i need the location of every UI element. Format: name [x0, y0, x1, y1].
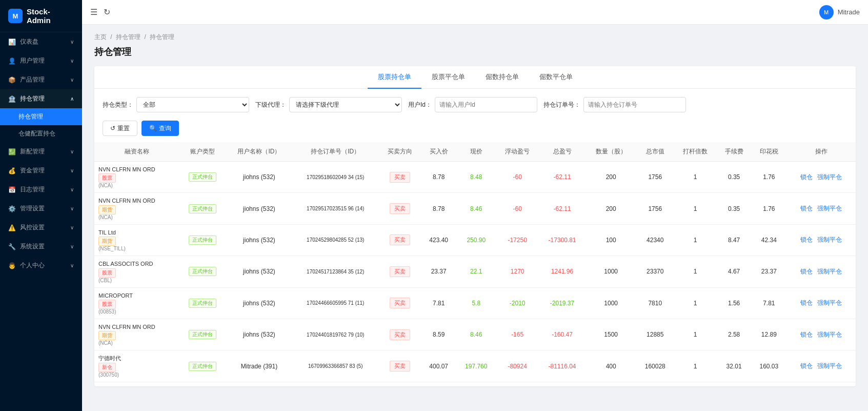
force-close-action[interactable]: 强制平仓	[817, 268, 842, 275]
lock-action[interactable]: 锁仓	[800, 299, 813, 306]
cell-buy-price: 8.59	[421, 319, 456, 350]
lock-action[interactable]: 锁仓	[800, 362, 813, 369]
cell-leverage: 1	[674, 319, 716, 350]
cell-buy-price: 23.37	[421, 256, 456, 287]
sidebar-item-position-fund[interactable]: 仓健配置持仓	[0, 125, 82, 142]
force-close-action[interactable]: 强制平仓	[817, 331, 842, 338]
sidebar-label-position: 持仓管理	[20, 94, 45, 103]
cell-total-pnl: -81116.04	[539, 350, 586, 382]
force-close-action[interactable]: 强制平仓	[817, 173, 842, 181]
newfund-icon: 💹	[8, 148, 16, 155]
cell-total-value: 23370	[636, 256, 674, 287]
sidebar-label-risk: 风控设置	[20, 223, 45, 232]
cell-account-type: 正式仲台	[179, 162, 226, 193]
cell-leverage: 1	[674, 224, 716, 256]
cell-user: jiohns (532)	[226, 256, 292, 287]
cell-qty: 200	[586, 162, 636, 193]
sidebar-label-daily: 日志管理	[20, 185, 45, 194]
cell-float-pnl: -80924	[496, 350, 538, 382]
filter-order-no: 持仓订单号：	[543, 97, 686, 112]
sidebar-item-daily-mgmt[interactable]: 📅 日志管理 ∨	[0, 180, 82, 199]
stock-tag: 股票	[98, 268, 116, 278]
force-close-action[interactable]: 强制平仓	[817, 205, 842, 212]
cell-total-pnl: -17300.81	[539, 224, 586, 256]
sub-agent-select[interactable]: 请选择下级代理	[289, 97, 402, 112]
col-float-pnl: 浮动盈亏	[496, 142, 538, 162]
col-qty: 数量（股）	[586, 142, 636, 162]
table-header-row: 融资名称 账户类型 用户名称（ID） 持仓订单号（ID） 买卖方向 买入价 现价…	[94, 142, 856, 162]
force-close-action[interactable]: 强制平仓	[817, 299, 842, 306]
position-type-select[interactable]: 全部	[136, 97, 249, 112]
search-icon: 🔍	[149, 125, 157, 132]
sidebar-item-dashboard[interactable]: 📊 仪表盘 ∨	[0, 32, 82, 51]
search-button[interactable]: 🔍 查询	[142, 121, 179, 136]
lock-action[interactable]: 锁仓	[800, 205, 813, 212]
user-id-input[interactable]	[435, 97, 537, 112]
chevron-icon: ∨	[70, 168, 74, 173]
cell-stamp: 42.34	[751, 224, 786, 256]
main-area: ☰ ↻ M Mitrade 主页 / 持仓管理 / 持仓管理 持仓管理 股票持仓…	[82, 0, 868, 411]
position-icon: 🏦	[8, 95, 16, 103]
cell-float-pnl: -60	[496, 162, 538, 193]
lock-action[interactable]: 锁仓	[800, 236, 813, 243]
sidebar-item-new-fund[interactable]: 💹 新配管理 ∨	[0, 142, 82, 161]
cell-order-id: 17029518602049 34 (15)	[293, 162, 378, 193]
page-title: 持仓管理	[94, 46, 856, 58]
tab-stock-close[interactable]: 股票平仓单	[421, 66, 475, 89]
chevron-icon: ∨	[70, 225, 74, 230]
sidebar-item-product-mgmt[interactable]: 📦 产品管理 ∨	[0, 70, 82, 89]
tab-crypto-close[interactable]: 倔数平仓单	[529, 66, 583, 89]
filter-sub-agent: 下级代理： 请选择下级代理	[255, 97, 402, 112]
user-id-label: 用户Id：	[408, 101, 432, 109]
cell-actions: 锁仓 强制平仓	[786, 193, 856, 224]
refresh-icon[interactable]: ↻	[104, 7, 110, 17]
cell-name: TIL Ltd 期货 (NSE_TILL)	[94, 224, 179, 256]
reset-button[interactable]: ↺ 重置	[103, 121, 137, 136]
avatar: M	[819, 5, 834, 19]
chevron-icon: ∨	[70, 263, 74, 268]
cell-leverage: 1	[674, 287, 716, 319]
topbar: ☰ ↻ M Mitrade	[82, 0, 868, 25]
admin-icon: ⚙️	[8, 205, 16, 212]
sidebar-label-product: 产品管理	[20, 75, 45, 84]
tab-crypto-pending[interactable]: 倔数持仓单	[475, 66, 529, 89]
lock-action[interactable]: 锁仓	[800, 331, 813, 338]
sidebar-item-sys-settings[interactable]: 🔧 系统设置 ∨	[0, 237, 82, 256]
table-row: CBL ASSOCITS ORD 股票 (CBL) 正式仲台 jiohns (5…	[94, 256, 856, 287]
force-close-action[interactable]: 强制平仓	[817, 236, 842, 243]
cell-total-pnl: 1241.96	[539, 256, 586, 287]
cell-user: jiohns (532)	[226, 193, 292, 224]
reset-label: 重置	[117, 124, 130, 133]
content-area: 主页 / 持仓管理 / 持仓管理 持仓管理 股票持仓单 股票平仓单 倔数持仓单 …	[82, 25, 868, 411]
sidebar-item-personal[interactable]: 👨 个人中心 ∨	[0, 256, 82, 275]
menu-toggle-icon[interactable]: ☰	[90, 7, 97, 17]
sidebar-item-admin-settings[interactable]: ⚙️ 管理设置 ∨	[0, 199, 82, 218]
cell-direction: 买卖	[378, 256, 421, 287]
sidebar-item-position-manage[interactable]: 持仓管理	[0, 108, 82, 125]
stock-tag: 股票	[98, 173, 116, 183]
sidebar-item-position-mgmt[interactable]: 🏦 持仓管理 ∧	[0, 89, 82, 108]
sidebar-item-user-mgmt[interactable]: 👤 用户管理 ∨	[0, 51, 82, 70]
cell-direction: 买卖	[378, 350, 421, 382]
tab-stock-pending[interactable]: 股票持仓单	[368, 66, 421, 89]
lock-action[interactable]: 锁仓	[800, 268, 813, 275]
sidebar-item-fund-mgmt[interactable]: 💰 资金管理 ∨	[0, 161, 82, 180]
table-wrap: 融资名称 账户类型 用户名称（ID） 持仓订单号（ID） 买卖方向 买入价 现价…	[94, 142, 856, 386]
chevron-icon: ∧	[70, 96, 74, 102]
cell-qty: 1000	[586, 256, 636, 287]
breadcrumb-level1[interactable]: 持仓管理	[116, 33, 140, 41]
cell-name: CBL ASSOCITS ORD 股票 (CBL)	[94, 256, 179, 287]
cell-current-price: 197.760	[456, 350, 496, 382]
cell-stamp: 1.76	[751, 162, 786, 193]
sidebar: M Stock-Admin 📊 仪表盘 ∨ 👤 用户管理 ∨ 📦 产品管理 ∨ …	[0, 0, 82, 411]
cell-fee: 2.58	[717, 319, 752, 350]
lock-action[interactable]: 锁仓	[800, 173, 813, 181]
sidebar-item-risk-settings[interactable]: ⚠️ 风控设置 ∨	[0, 218, 82, 237]
order-no-input[interactable]	[583, 97, 686, 112]
filter-user-id: 用户Id：	[408, 97, 537, 112]
breadcrumb-home[interactable]: 主页	[94, 33, 107, 41]
force-close-action[interactable]: 强制平仓	[817, 362, 842, 369]
col-total-pnl: 总盈亏	[539, 142, 586, 162]
cell-stamp: 23.37	[751, 256, 786, 287]
cell-float-pnl: -2010	[496, 287, 538, 319]
